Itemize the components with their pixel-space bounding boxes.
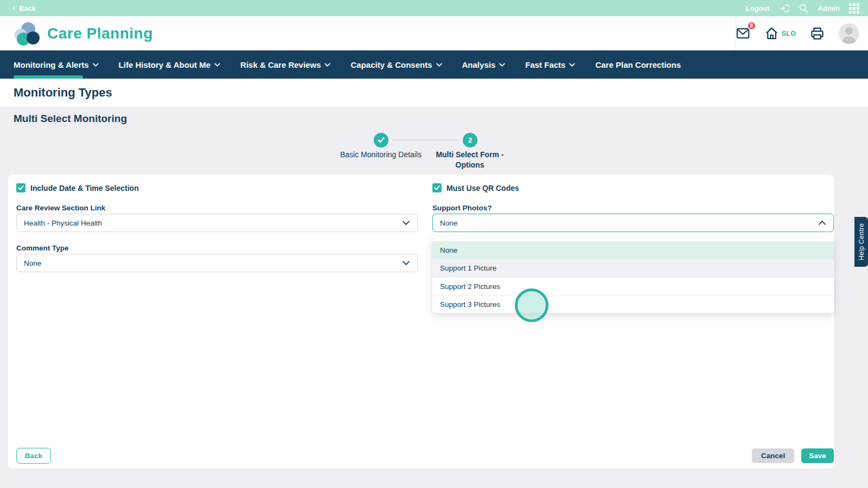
nav-risk-care-reviews[interactable]: Risk & Care Reviews xyxy=(240,60,330,69)
support-photos-dropdown: None Support 1 Picture Support 2 Picture… xyxy=(432,237,834,313)
chevron-down-icon xyxy=(436,63,442,67)
dropdown-option-none[interactable]: None xyxy=(432,241,834,259)
support-photos-label: Support Photos? xyxy=(432,204,492,212)
app-header: Care Planning 8 SLO xyxy=(0,16,868,50)
admin-link[interactable]: Admin xyxy=(818,4,840,12)
chevron-left-icon xyxy=(11,6,17,10)
nav-label: Capacity & Consents xyxy=(350,60,432,69)
must-use-qr-codes-checkbox-row[interactable]: Must Use QR Codes xyxy=(432,183,519,192)
chevron-down-icon xyxy=(402,220,410,226)
dropdown-option-support-2[interactable]: Support 2 Pictures xyxy=(432,277,834,295)
nav-care-plan-corrections[interactable]: Care Plan Corrections xyxy=(595,60,681,69)
back-link-label: Back xyxy=(19,4,36,12)
must-use-qr-codes-label: Must Use QR Codes xyxy=(446,184,519,192)
care-planning-logo xyxy=(14,21,41,46)
must-use-qr-codes-checkbox[interactable] xyxy=(432,183,442,192)
main-nav: Monitoring & Alerts Life History & About… xyxy=(0,50,868,79)
page-title: Monitoring Types xyxy=(14,86,112,100)
step-1-label: Basic Monitoring Details xyxy=(335,150,427,160)
chevron-down-icon xyxy=(569,63,575,67)
step-1-circle[interactable] xyxy=(374,133,388,147)
user-avatar[interactable] xyxy=(839,23,859,44)
home-label: SLO xyxy=(782,30,796,37)
apps-grid-icon[interactable] xyxy=(849,3,859,14)
check-icon xyxy=(378,137,385,143)
step-connector xyxy=(392,139,459,140)
chevron-down-icon xyxy=(499,63,505,67)
step-2-number: 2 xyxy=(468,136,472,144)
top-utility-bar: Back Logout Admin xyxy=(0,0,868,16)
comment-type-select[interactable]: None xyxy=(16,254,418,272)
nav-analysis[interactable]: Analysis xyxy=(462,60,506,69)
step-2-label: Multi Select Form - Options xyxy=(424,150,516,170)
chevron-down-icon xyxy=(402,260,410,266)
chevron-down-icon xyxy=(214,63,220,67)
nav-fast-facts[interactable]: Fast Facts xyxy=(525,60,575,69)
check-icon xyxy=(434,185,440,190)
nav-label: Analysis xyxy=(462,60,496,69)
care-review-section-link-label: Care Review Section Link xyxy=(16,204,105,212)
brand-title: Care Planning xyxy=(47,25,153,42)
mail-badge: 8 xyxy=(747,21,756,30)
save-button[interactable]: Save xyxy=(801,448,834,463)
care-review-section-link-select[interactable]: Health - Physical Health xyxy=(16,214,418,232)
dropdown-option-support-3[interactable]: Support 3 Pictures xyxy=(432,295,834,313)
nav-monitoring-alerts[interactable]: Monitoring & Alerts xyxy=(14,60,99,69)
nav-capacity-consents[interactable]: Capacity & Consents xyxy=(350,60,442,69)
page-title-band: Monitoring Types xyxy=(0,79,868,107)
logout-link[interactable]: Logout xyxy=(746,4,770,12)
dropdown-option-support-1[interactable]: Support 1 Picture xyxy=(432,259,834,277)
nav-label: Fast Facts xyxy=(525,60,565,69)
home-icon xyxy=(764,26,779,41)
back-button[interactable]: Back xyxy=(16,448,51,464)
home-button[interactable]: SLO xyxy=(764,26,796,41)
include-date-time-checkbox[interactable] xyxy=(16,183,25,192)
chevron-down-icon xyxy=(93,63,99,67)
person-icon xyxy=(839,23,859,44)
comment-type-label: Comment Type xyxy=(16,244,69,252)
check-icon xyxy=(18,185,24,190)
back-link[interactable]: Back xyxy=(12,4,36,12)
nav-life-history[interactable]: Life History & About Me xyxy=(119,60,220,69)
chevron-down-icon xyxy=(324,63,330,67)
comment-type-value: None xyxy=(24,259,41,267)
nav-label: Care Plan Corrections xyxy=(595,60,681,69)
step-2-circle[interactable]: 2 xyxy=(463,133,477,147)
care-review-section-link-value: Health - Physical Health xyxy=(24,219,102,227)
support-photos-select[interactable]: None xyxy=(432,214,834,232)
nav-label: Life History & About Me xyxy=(119,60,210,69)
include-date-time-label: Include Date & Time Selection xyxy=(30,184,139,192)
touch-cursor-indicator xyxy=(515,288,548,322)
section-title: Multi Select Monitoring xyxy=(14,113,127,125)
include-date-time-checkbox-row[interactable]: Include Date & Time Selection xyxy=(16,183,139,192)
nav-label: Risk & Care Reviews xyxy=(240,60,321,69)
cancel-button[interactable]: Cancel xyxy=(752,448,794,463)
print-icon[interactable] xyxy=(810,26,825,41)
chevron-up-icon xyxy=(818,220,826,226)
logout-icon[interactable] xyxy=(779,3,789,14)
search-icon[interactable] xyxy=(799,3,809,14)
help-centre-tab[interactable]: Help Centre xyxy=(854,217,868,267)
support-photos-value: None xyxy=(440,219,457,227)
form-card: Include Date & Time Selection Care Revie… xyxy=(8,175,834,469)
nav-label: Monitoring & Alerts xyxy=(14,60,89,69)
messages-button[interactable]: 8 xyxy=(736,26,750,41)
